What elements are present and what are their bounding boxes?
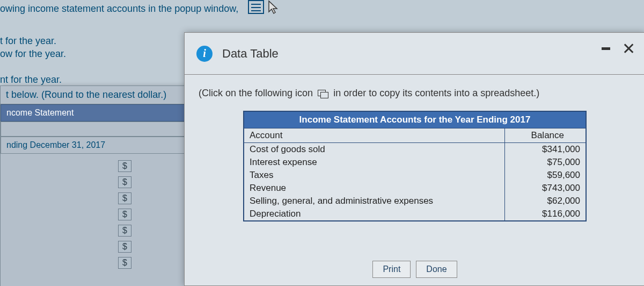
bg-text-line: nt for the year. [0,74,62,85]
col-header-balance: Balance [505,128,586,143]
dollar-cell[interactable]: $ [118,209,131,220]
table-row: Revenue$743,000 [244,182,586,195]
table-title: Income Statement Accounts for the Year E… [244,111,586,128]
bg-date-subheader: nding December 31, 2017 [1,137,187,154]
cell-balance: $743,000 [505,182,586,195]
cell-account: Cost of goods sold [244,143,505,156]
cell-balance: $62,000 [505,195,586,208]
instruction-text: (Click on the following icon in order to… [199,88,631,99]
popup-footer: Print Done [185,255,644,285]
data-table-popup: ✕ i Data Table (Click on the following i… [184,32,644,286]
cell-account: Taxes [244,169,505,182]
cell-balance: $59,600 [505,169,586,182]
popup-title: Data Table [222,47,279,61]
dollar-cell[interactable]: $ [118,176,131,188]
table-row: Selling, general, and administrative exp… [244,195,586,208]
copy-icon[interactable] [318,90,328,97]
dollar-input-column: $ $ $ $ $ $ $ [118,160,131,269]
dollar-cell[interactable]: $ [118,192,131,204]
cell-account: Depreciation [244,208,505,221]
income-statement-table: Income Statement Accounts for the Year E… [243,111,587,221]
minimize-icon[interactable] [602,47,610,50]
popup-header: i Data Table [185,33,644,75]
bg-text-line: owing income statement accounts in the p… [0,3,238,15]
table-row: Interest expense$75,000 [244,156,586,169]
cell-account: Interest expense [244,156,505,169]
table-row: Cost of goods sold$341,000 [244,143,586,156]
bg-income-header: ncome Statement [1,104,187,121]
popup-body: (Click on the following icon in order to… [185,75,644,227]
bg-text-line: t below. (Round to the nearest dollar.) [1,86,187,104]
cell-balance: $116,000 [505,208,586,221]
instruction-post: in order to copy its contents into a spr… [333,88,539,98]
document-icon[interactable] [248,0,264,14]
dollar-cell[interactable]: $ [118,257,131,269]
bg-text-line: ow for the year. [0,48,66,60]
cell-account: Selling, general, and administrative exp… [244,195,505,208]
cell-balance: $341,000 [505,143,586,156]
dollar-cell[interactable]: $ [118,241,131,253]
window-controls: ✕ [602,39,635,58]
info-icon: i [196,46,213,62]
bg-paper: t below. (Round to the nearest dollar.) … [0,85,188,286]
print-button[interactable]: Print [372,261,411,278]
table-row: Depreciation$116,000 [244,208,586,221]
col-header-account: Account [244,128,505,143]
cell-balance: $75,000 [505,156,586,169]
instruction-pre: (Click on the following icon [199,88,313,98]
table-row: Taxes$59,600 [244,169,586,182]
done-button[interactable]: Done [416,261,457,278]
dollar-cell[interactable]: $ [118,225,131,237]
cursor-icon [267,0,280,16]
cell-account: Revenue [244,182,505,195]
close-icon[interactable]: ✕ [622,39,635,58]
dollar-cell[interactable]: $ [118,160,131,172]
bg-text-line: t for the year. [0,35,56,47]
